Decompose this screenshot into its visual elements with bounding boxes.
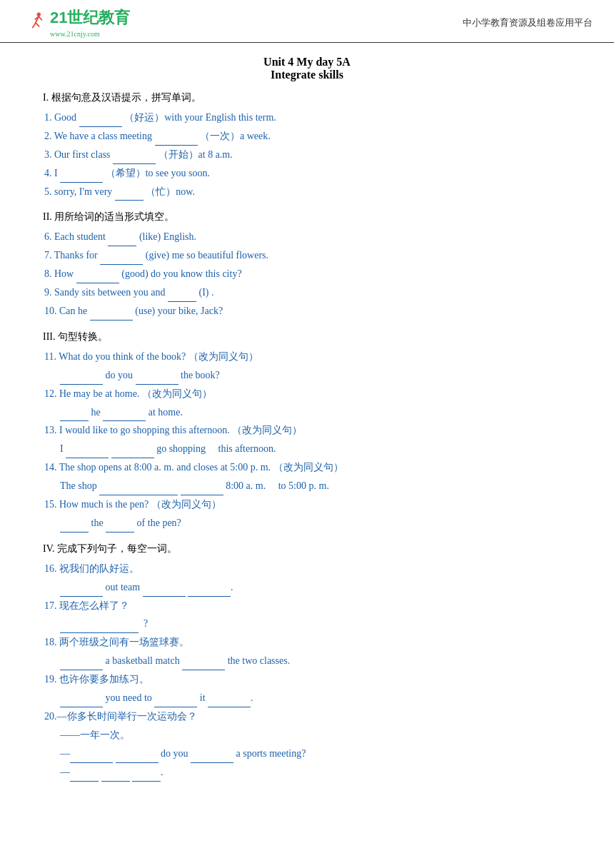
title-line1: Unit 4 My day 5A: [43, 56, 571, 69]
item-19-en: you need to it .: [60, 689, 571, 707]
blank-20d: [70, 772, 99, 782]
main-content: Unit 4 My day 5A Integrate skills I. 根据句…: [0, 43, 614, 796]
item-20-cn2: ——一年一次。: [60, 726, 571, 745]
blank-19b: [154, 697, 197, 707]
section3-items: 11. What do you think of the book? （改为同义…: [43, 348, 571, 533]
section4-items: 16. 祝我们的队好运。 out team . 17. 现在怎么样了？ ? 18…: [43, 560, 571, 782]
blank-19c: [208, 697, 251, 707]
section2-items: 6. Each student (like) English. 7. Thank…: [43, 228, 571, 320]
item-19-cn: 19. 也许你要多加练习。: [44, 670, 571, 689]
logo-sub: www.21cnjy.com: [50, 30, 130, 38]
blank-1: [79, 117, 122, 127]
item-14-q: 14. The shop opens at 8:00 a. m. and clo…: [44, 458, 571, 477]
blank-12a: [60, 411, 89, 421]
blank-5: [115, 191, 144, 201]
blank-2: [155, 136, 198, 146]
blank-3: [113, 154, 156, 164]
svg-point-0: [37, 12, 41, 16]
blank-18b: [182, 660, 225, 670]
item-5: 5. sorry, I'm very （忙）now.: [44, 183, 571, 201]
item-16-cn: 16. 祝我们的队好运。: [44, 560, 571, 578]
item-20-en1: — do you a sports meeting?: [60, 745, 571, 763]
item-12-q: 12. He may be at home. （改为同义句）: [44, 385, 571, 403]
blank-18a: [60, 660, 103, 670]
blank-16a: [60, 587, 103, 597]
item-15-q: 15. How much is the pen? （改为同义句）: [44, 495, 571, 514]
blank-20c: [191, 753, 233, 763]
item-14-a: The shop 8:00 a. m. to 5:00 p. m.: [60, 477, 571, 495]
blank-8: [76, 273, 119, 283]
blank-20f: [132, 772, 161, 782]
logo-icon: [21, 10, 47, 36]
blank-4: [60, 173, 103, 183]
item-1: 1. Good （好运）with your English this term.: [44, 108, 571, 127]
blank-20a: [70, 753, 113, 763]
section1-label: I. 根据句意及汉语提示，拼写单词。: [43, 91, 571, 104]
blank-15a: [60, 523, 89, 533]
blank-12b: [103, 411, 146, 421]
blank-17: [60, 623, 139, 633]
blank-9: [168, 292, 196, 302]
item-8: 8. How (good) do you know this city?: [44, 265, 571, 283]
logo-text: 21世纪教育: [50, 9, 130, 26]
blank-10: [90, 311, 133, 321]
item-2: 2. We have a class meeting （一次）a week.: [44, 127, 571, 146]
item-17-en: ?: [60, 615, 571, 633]
blank-19a: [60, 697, 103, 707]
item-17-cn: 17. 现在怎么样了？: [44, 597, 571, 615]
item-10: 10. Can he (use) your bike, Jack?: [44, 302, 571, 321]
svg-line-2: [32, 23, 36, 28]
item-18-en: a basketball match the two classes.: [60, 652, 571, 670]
item-18-cn: 18. 两个班级之间有一场篮球赛。: [44, 633, 571, 652]
item-9: 9. Sandy sits between you and (I) .: [44, 283, 571, 302]
header-right: 中小学教育资源及组卷应用平台: [463, 16, 593, 29]
title-line2: Integrate skills: [43, 69, 571, 81]
item-11-q: 11. What do you think of the book? （改为同义…: [44, 348, 571, 366]
blank-16c: [188, 587, 231, 597]
item-6: 6. Each student (like) English.: [44, 228, 571, 246]
item-4: 4. I （希望）to see you soon.: [44, 164, 571, 183]
blank-20b: [116, 753, 158, 763]
blank-20e: [101, 772, 130, 782]
logo-area: 21世纪教育 www.21cnjy.com: [21, 7, 130, 38]
svg-line-4: [39, 16, 42, 20]
blank-14a: [99, 485, 178, 495]
item-13-a: I go shopping this afternoon.: [60, 440, 571, 458]
section2-label: II. 用所给词的适当形式填空。: [43, 211, 571, 223]
section3-label: III. 句型转换。: [43, 330, 571, 343]
blank-13b: [111, 448, 154, 458]
blank-11a: [60, 375, 103, 385]
item-12-a: he at home.: [60, 403, 571, 422]
blank-14b: [181, 485, 223, 495]
blank-6: [108, 236, 136, 246]
page-title: Unit 4 My day 5A Integrate skills: [43, 56, 571, 81]
blank-13a: [66, 448, 109, 458]
blank-11b: [136, 375, 178, 385]
svg-line-3: [36, 23, 39, 26]
item-11-a: do you the book?: [60, 366, 571, 385]
item-13-q: 13. I would like to go shopping this aft…: [44, 421, 571, 440]
blank-7: [100, 255, 143, 265]
item-15-a: the of the pen?: [60, 514, 571, 533]
section4-label: IV. 完成下列句子，每空一词。: [43, 542, 571, 555]
blank-16b: [143, 587, 186, 597]
item-3: 3. Our first class （开始）at 8 a.m.: [44, 146, 571, 164]
item-20-cn: 20.—你多长时间举行一次运动会？: [44, 707, 571, 726]
item-20-en2: — .: [60, 763, 571, 782]
item-16-en: out team .: [60, 578, 571, 597]
blank-15b: [106, 523, 134, 533]
section1-items: 1. Good （好运）with your English this term.…: [43, 108, 571, 201]
item-7: 7. Thanks for (give) me so beautiful flo…: [44, 246, 571, 265]
header: 21世纪教育 www.21cnjy.com 中小学教育资源及组卷应用平台: [0, 0, 614, 43]
